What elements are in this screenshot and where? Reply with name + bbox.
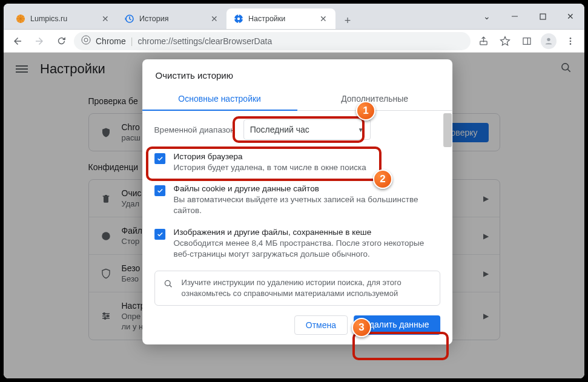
close-icon[interactable]: ✕ xyxy=(210,14,219,24)
browser-titlebar: Lumpics.ru ✕ История ✕ Настройки ✕ + ⌄ xyxy=(4,4,584,30)
cancel-button[interactable]: Отмена xyxy=(294,315,348,335)
close-window-button[interactable]: ✕ xyxy=(557,4,584,29)
close-icon[interactable]: ✕ xyxy=(319,14,328,24)
checkbox-cookies[interactable]: Файлы cookie и другие данные сайтовВы ав… xyxy=(154,184,440,216)
side-panel-icon[interactable] xyxy=(518,32,536,50)
svg-point-28 xyxy=(165,280,170,286)
clear-data-dialog: Очистить историю Основные настройки Допо… xyxy=(142,59,452,344)
annotation-number-2: 2 xyxy=(373,170,392,189)
svg-point-10 xyxy=(82,36,90,44)
maximize-button[interactable] xyxy=(529,4,557,29)
svg-point-15 xyxy=(547,38,550,41)
svg-rect-7 xyxy=(242,18,243,19)
search-icon xyxy=(164,279,173,292)
profile-avatar[interactable] xyxy=(540,32,558,50)
nav-back-button[interactable] xyxy=(8,32,27,50)
svg-line-29 xyxy=(170,285,171,287)
checkbox-checked-icon[interactable] xyxy=(154,229,165,240)
svg-point-11 xyxy=(84,38,88,42)
url-scheme-label: Chrome xyxy=(96,36,126,46)
dialog-tab-basic[interactable]: Основные настройки xyxy=(142,88,297,111)
time-range-select[interactable]: Последний час ▼ xyxy=(243,119,371,140)
tab-lumpics[interactable]: Lumpics.ru ✕ xyxy=(8,8,117,29)
menu-button[interactable] xyxy=(561,32,580,50)
tab-overflow-icon[interactable]: ⌄ xyxy=(473,4,501,29)
dialog-scrollbar[interactable] xyxy=(443,113,452,147)
new-tab-button[interactable]: + xyxy=(339,12,356,29)
chrome-icon xyxy=(81,35,91,47)
nav-forward-button[interactable] xyxy=(30,32,48,50)
svg-point-18 xyxy=(570,43,572,45)
annotation-number-3: 3 xyxy=(352,318,371,337)
svg-point-3 xyxy=(237,18,240,20)
dialog-title: Очистить историю xyxy=(142,59,452,88)
orange-icon xyxy=(16,14,25,24)
svg-point-17 xyxy=(570,40,572,42)
bookmark-icon[interactable] xyxy=(496,32,514,50)
minimize-button[interactable] xyxy=(501,4,529,29)
svg-rect-13 xyxy=(523,38,530,44)
url-text: chrome://settings/clearBrowserData xyxy=(137,36,272,46)
checkbox-browsing-history[interactable]: История браузераИстория будет удалена, в… xyxy=(154,152,440,173)
browser-toolbar: Chrome | chrome://settings/clearBrowserD… xyxy=(4,30,584,53)
svg-rect-4 xyxy=(238,15,239,16)
info-box: Изучите инструкции по удалению истории п… xyxy=(154,271,440,306)
checkbox-checked-icon[interactable] xyxy=(154,185,165,196)
time-range-value: Последний час xyxy=(250,125,309,134)
checkbox-cached[interactable]: Изображения и другие файлы, сохраненные … xyxy=(154,228,440,260)
chevron-down-icon: ▼ xyxy=(358,127,364,133)
svg-rect-6 xyxy=(234,18,236,19)
tab-history[interactable]: История ✕ xyxy=(117,8,226,29)
share-icon[interactable] xyxy=(474,32,492,50)
tab-label: История xyxy=(139,15,205,23)
annotation-number-1: 1 xyxy=(356,101,375,120)
history-icon xyxy=(125,14,134,24)
time-range-label: Временной диапазон xyxy=(154,125,235,134)
nav-reload-button[interactable] xyxy=(52,32,70,50)
close-icon[interactable]: ✕ xyxy=(101,14,110,24)
address-bar[interactable]: Chrome | chrome://settings/clearBrowserD… xyxy=(74,32,471,50)
tab-label: Настройки xyxy=(248,15,314,23)
checkbox-checked-icon[interactable] xyxy=(154,153,165,164)
tab-label: Lumpics.ru xyxy=(30,15,96,23)
svg-rect-5 xyxy=(238,22,239,23)
svg-point-16 xyxy=(570,38,572,39)
svg-rect-9 xyxy=(540,14,546,19)
tab-settings[interactable]: Настройки ✕ xyxy=(226,8,335,29)
gear-icon xyxy=(234,14,243,24)
